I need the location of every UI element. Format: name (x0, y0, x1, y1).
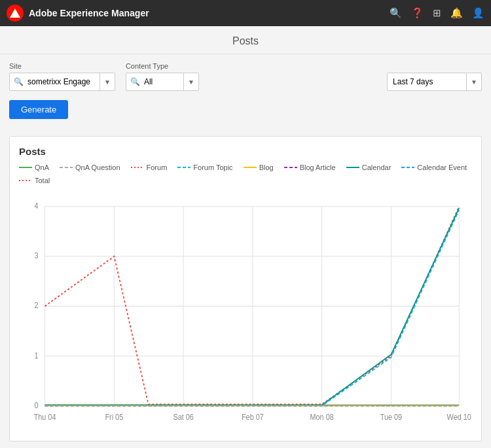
site-input-wrap: 🔍 ▼ (9, 73, 115, 91)
svg-text:Feb 07: Feb 07 (242, 413, 264, 422)
legend-forum-label: Forum (147, 164, 168, 171)
user-icon[interactable]: 👤 (472, 7, 484, 19)
help-icon[interactable]: ❓ (411, 7, 424, 19)
legend-calendar-event-label: Calendar Event (417, 164, 467, 171)
page-title-bar: Posts (0, 26, 491, 54)
content-type-label: Content Type (126, 62, 199, 70)
calendar-event-line (45, 210, 460, 405)
apps-icon[interactable]: ⊞ (433, 7, 441, 19)
chart-legend: QnA QnA Question Forum Forum Topic Blog … (19, 164, 472, 184)
legend-forum-topic: Forum Topic (177, 164, 232, 171)
svg-text:4: 4 (35, 202, 39, 211)
site-search-icon: 🔍 (10, 77, 27, 86)
svg-text:Tue 09: Tue 09 (380, 413, 402, 422)
svg-text:2: 2 (35, 302, 39, 310)
date-range-arrow[interactable]: ▼ (466, 73, 481, 90)
site-dropdown-arrow[interactable]: ▼ (100, 73, 115, 90)
svg-text:3: 3 (35, 252, 39, 260)
chart-section: Posts QnA QnA Question Forum Forum Topic… (9, 136, 482, 441)
content-type-select[interactable]: All Blog Article Forum QnA (144, 77, 183, 86)
svg-text:0: 0 (35, 401, 39, 409)
legend-total-label: Total (35, 177, 50, 184)
page-title: Posts (232, 35, 259, 46)
date-range-select[interactable]: Last 7 days Last 30 days Last 90 days (388, 77, 466, 86)
chart-container: 0 1 2 3 4 Thu 04 Fri 05 Sat 06 Feb 07 Mo… (19, 192, 472, 434)
legend-calendar-label: Calendar (362, 164, 391, 171)
app-title: Adobe Experience Manager (29, 8, 390, 18)
legend-blog-article: Blog Article (284, 164, 336, 171)
legend-qna-label: QnA (35, 164, 49, 171)
legend-qna-question-label: QnA Question (75, 164, 120, 171)
svg-text:Thu 04: Thu 04 (34, 413, 56, 422)
legend-calendar-event: Calendar Event (401, 164, 467, 171)
top-navigation: Adobe Experience Manager 🔍 ❓ ⊞ 🔔 👤 (0, 0, 491, 26)
chart-title: Posts (19, 146, 472, 157)
date-range-wrap: Last 7 days Last 30 days Last 90 days ▼ (387, 73, 482, 91)
content-type-search-icon: 🔍 (126, 77, 144, 86)
generate-button[interactable]: Generate (9, 100, 68, 119)
svg-text:Mon 08: Mon 08 (310, 413, 334, 422)
search-icon[interactable]: 🔍 (390, 7, 402, 19)
adobe-logo (7, 5, 24, 22)
svg-text:Wed 10: Wed 10 (447, 413, 471, 422)
legend-blog-label: Blog (259, 164, 274, 171)
content-type-arrow[interactable]: ▼ (183, 73, 198, 90)
bell-icon[interactable]: 🔔 (450, 7, 463, 19)
site-filter-group: Site 🔍 ▼ (9, 62, 115, 91)
nav-icons: 🔍 ❓ ⊞ 🔔 👤 (390, 7, 484, 19)
site-input[interactable] (27, 77, 100, 86)
legend-total: Total (19, 177, 50, 184)
generate-bar: Generate (0, 97, 491, 128)
legend-qna: QnA (19, 164, 49, 171)
svg-text:Sat 06: Sat 06 (173, 413, 193, 422)
content-type-filter-group: Content Type 🔍 All Blog Article Forum Qn… (126, 62, 199, 91)
content-type-select-wrap: 🔍 All Blog Article Forum QnA ▼ (126, 73, 199, 91)
svg-text:Fri 05: Fri 05 (105, 413, 123, 422)
legend-forum-topic-label: Forum Topic (193, 164, 232, 171)
chart-svg: 0 1 2 3 4 Thu 04 Fri 05 Sat 06 Feb 07 Mo… (19, 192, 472, 434)
legend-calendar: Calendar (346, 164, 391, 171)
legend-forum: Forum (131, 164, 168, 171)
legend-blog: Blog (244, 164, 274, 171)
svg-marker-0 (10, 9, 20, 18)
svg-text:1: 1 (35, 351, 39, 360)
legend-blog-article-label: Blog Article (300, 164, 336, 171)
site-label: Site (9, 62, 115, 70)
total-line (45, 207, 460, 405)
filter-bar: Site 🔍 ▼ Content Type 🔍 All Blog Article… (0, 54, 491, 97)
legend-qna-question: QnA Question (60, 164, 120, 171)
